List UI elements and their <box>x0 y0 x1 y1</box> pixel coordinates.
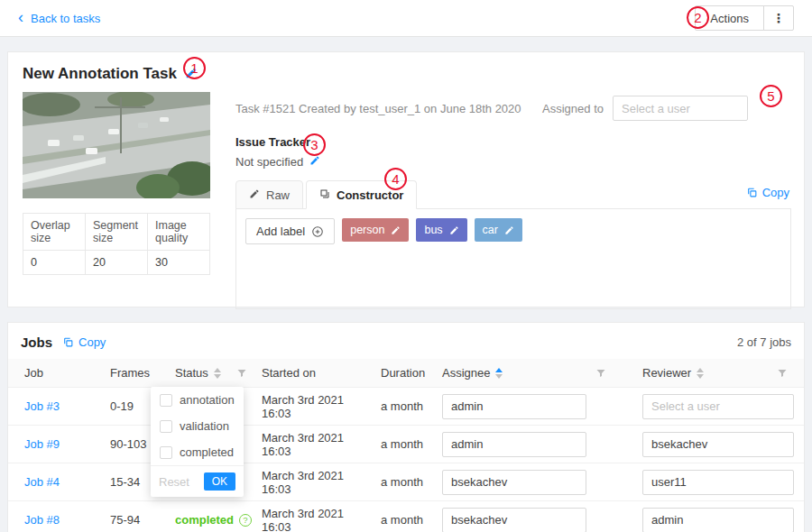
annotation-marker-3: 3 <box>303 133 326 156</box>
edit-label-icon <box>449 225 459 235</box>
column-header-assignee[interactable]: Assignee <box>437 366 637 380</box>
job-assignee-input[interactable] <box>442 394 586 419</box>
raw-pencil-icon <box>249 188 260 202</box>
back-to-tasks-label: Back to tasks <box>31 12 100 25</box>
filter-option-label: annotation <box>180 393 235 407</box>
job-link[interactable]: Job #4 <box>24 475 60 489</box>
column-header-status[interactable]: Status <box>170 366 256 380</box>
column-header-started[interactable]: Started on <box>256 366 375 380</box>
assigned-to-label: Assigned to <box>542 102 604 115</box>
param-value-overlap: 0 <box>23 251 86 275</box>
label-tag-car-name: car <box>483 224 498 236</box>
labels-constructor-area: Add label person bus car <box>235 208 791 309</box>
filter-option-label: validation <box>180 419 229 433</box>
job-row: Job #3 0-19 March 3rd 2021 16:03 a month <box>8 388 804 426</box>
checkbox-icon[interactable] <box>160 394 172 407</box>
task-left-column: Overlap size Segment size Image quality … <box>23 92 210 309</box>
job-frames: 75-94 <box>105 513 170 527</box>
copy-icon <box>62 336 74 348</box>
column-header-reviewer-label: Reviewer <box>642 366 691 380</box>
filter-dropdown-footer: Reset OK <box>151 465 244 497</box>
column-header-assignee-label: Assignee <box>442 366 490 380</box>
filter-reset-button[interactable]: Reset <box>159 475 189 489</box>
checkbox-icon[interactable] <box>160 446 172 459</box>
column-header-reviewer[interactable]: Reviewer <box>637 366 793 380</box>
job-duration: a month <box>375 399 437 413</box>
param-value-quality: 30 <box>148 251 210 275</box>
status-help-icon[interactable]: ? <box>239 514 252 527</box>
copy-labels-link[interactable]: Copy <box>746 186 789 199</box>
filter-ok-button[interactable]: OK <box>204 472 235 491</box>
copy-jobs-link[interactable]: Copy <box>62 335 106 349</box>
job-link[interactable]: Job #9 <box>24 437 60 451</box>
labels-tab-bar: Raw Constructor Copy <box>235 179 791 208</box>
reviewer-sort-icon[interactable] <box>697 368 704 379</box>
actions-more-button[interactable]: ⋮ <box>763 5 794 31</box>
task-parameters-table: Overlap size Segment size Image quality … <box>23 213 210 275</box>
back-chevron-icon: ‹ <box>18 9 23 25</box>
assignee-sort-icon[interactable] <box>495 368 503 379</box>
job-started: March 3rd 2021 16:03 <box>256 431 375 458</box>
labels-tabs-block: Raw Constructor Copy Add l <box>235 179 791 309</box>
status-sort-icon[interactable] <box>214 368 221 379</box>
actions-button-group: Actions ⋮ <box>695 5 794 31</box>
label-tag-bus[interactable]: bus <box>416 218 466 242</box>
checkbox-icon[interactable] <box>160 420 172 433</box>
copy-jobs-label: Copy <box>78 335 106 349</box>
filter-option-validation[interactable]: validation <box>151 413 244 439</box>
job-assignee-input[interactable] <box>442 508 586 532</box>
issue-tracker-value-row: Not specified <box>235 155 791 169</box>
assignee-filter-icon[interactable] <box>595 368 606 379</box>
label-tag-person[interactable]: person <box>342 218 409 242</box>
label-tag-person-name: person <box>350 224 384 236</box>
annotation-marker-5: 5 <box>760 85 782 107</box>
job-reviewer-input[interactable] <box>642 432 794 457</box>
param-header-segment: Segment size <box>86 214 148 251</box>
job-link[interactable]: Job #8 <box>24 513 60 527</box>
edit-label-icon <box>504 225 514 235</box>
job-reviewer-input[interactable] <box>642 394 794 419</box>
column-header-status-label: Status <box>175 366 208 380</box>
copy-labels-label: Copy <box>762 186 789 199</box>
param-value-segment: 20 <box>86 251 148 275</box>
copy-icon <box>746 187 758 198</box>
job-reviewer-input[interactable] <box>642 508 794 532</box>
annotation-marker-1: 1 <box>183 57 206 79</box>
jobs-header-row: Jobs Copy 2 of 7 jobs <box>8 323 804 359</box>
jobs-table-header: Job Frames Status Started on Duration As… <box>8 359 804 388</box>
add-label-button[interactable]: Add label <box>245 218 335 244</box>
column-header-duration[interactable]: Duration <box>375 366 437 380</box>
filter-option-annotation[interactable]: annotation <box>151 387 244 413</box>
more-vertical-icon: ⋮ <box>772 11 785 25</box>
status-filter-icon[interactable] <box>236 368 247 379</box>
job-status-text: completed <box>175 513 234 527</box>
jobs-count: 2 of 7 jobs <box>737 335 791 349</box>
job-reviewer-input[interactable] <box>642 470 794 495</box>
label-tag-car[interactable]: car <box>475 218 522 242</box>
job-row: Job #4 15-34 March 3rd 2021 16:03 a mont… <box>8 463 804 501</box>
job-link[interactable]: Job #3 <box>24 399 60 413</box>
column-header-frames[interactable]: Frames <box>105 366 170 380</box>
filter-option-completed[interactable]: completed <box>151 439 244 465</box>
edit-label-icon <box>391 225 401 235</box>
column-header-job[interactable]: Job <box>19 366 105 380</box>
task-preview-image <box>23 92 210 198</box>
tab-raw[interactable]: Raw <box>235 180 303 209</box>
filter-option-label: completed <box>180 445 234 459</box>
job-assignee-input[interactable] <box>442 432 586 457</box>
param-header-quality: Image quality <box>148 214 210 251</box>
param-header-overlap: Overlap size <box>23 214 86 251</box>
constructor-block-icon <box>319 188 330 202</box>
assigned-to-group: Assigned to <box>542 96 748 121</box>
job-row: Job #9 90-103 March 3rd 2021 16:03 a mon… <box>8 426 804 463</box>
reviewer-filter-icon[interactable] <box>777 368 788 379</box>
edit-issue-tracker-icon[interactable] <box>309 155 320 169</box>
job-duration: a month <box>375 437 437 451</box>
jobs-card: Jobs Copy 2 of 7 jobs Job Frames Status … <box>7 322 805 532</box>
back-to-tasks-link[interactable]: ‹ Back to tasks <box>18 11 100 25</box>
job-duration: a month <box>375 513 437 527</box>
task-assignee-input[interactable] <box>613 96 748 121</box>
annotation-marker-2: 2 <box>687 6 709 29</box>
annotation-marker-4: 4 <box>384 168 407 190</box>
job-assignee-input[interactable] <box>442 470 586 495</box>
